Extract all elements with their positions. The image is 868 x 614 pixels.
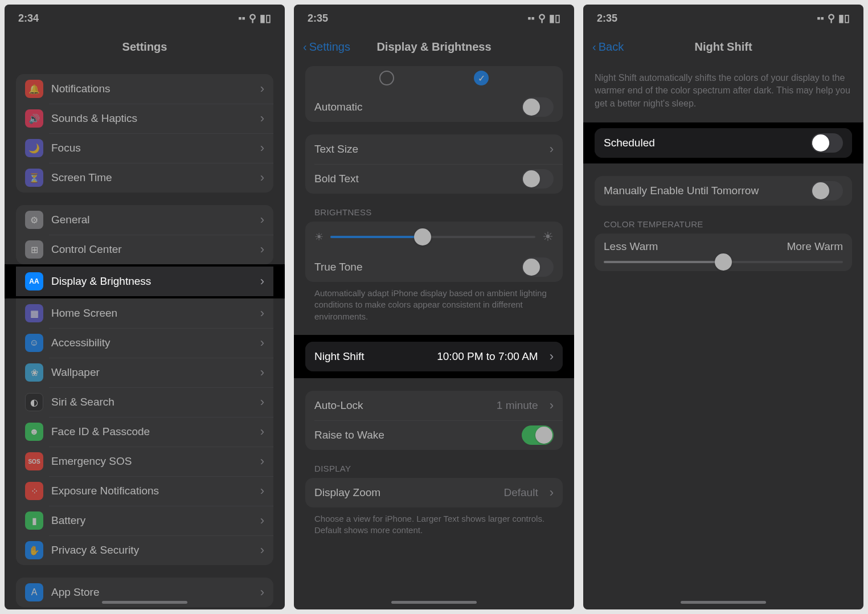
nav-bar: ‹Back Night Shift	[583, 32, 863, 62]
bold-text-toggle[interactable]	[522, 169, 554, 189]
manual-toggle[interactable]	[811, 181, 843, 200]
row-text-size[interactable]: Text Size›	[305, 134, 563, 164]
chevron-right-icon: ›	[260, 335, 264, 350]
scheduled-toggle[interactable]	[811, 133, 843, 153]
home-indicator[interactable]	[681, 601, 766, 604]
raise-to-wake-toggle[interactable]	[522, 425, 554, 445]
scheduled-group: Scheduled	[595, 128, 852, 158]
chevron-left-icon: ‹	[303, 40, 307, 54]
color-temp-slider-row	[595, 253, 852, 271]
sos-icon: SOS	[25, 452, 43, 470]
chevron-left-icon: ‹	[592, 40, 596, 54]
row-manual-enable[interactable]: Manually Enable Until Tomorrow	[595, 176, 852, 206]
row-battery[interactable]: ▮Battery›	[16, 506, 273, 535]
night-shift-screen: 2:35 ▪▪ ⚲ ▮▯ ‹Back Night Shift Night Shi…	[583, 5, 863, 609]
wifi-icon: ⚲	[249, 12, 256, 24]
less-warm-label: Less Warm	[604, 240, 658, 253]
row-face-id[interactable]: ☻Face ID & Passcode›	[16, 417, 273, 447]
moon-icon: 🌙	[25, 139, 43, 157]
status-bar: 2:35 ▪▪ ⚲ ▮▯	[294, 5, 574, 32]
row-exposure[interactable]: ⁘Exposure Notifications›	[16, 476, 273, 506]
accessibility-icon: ☺	[25, 334, 43, 352]
row-scheduled[interactable]: Scheduled	[595, 128, 852, 158]
row-emergency-sos[interactable]: SOSEmergency SOS›	[16, 447, 273, 476]
row-focus[interactable]: 🌙Focus›	[16, 133, 273, 163]
row-general[interactable]: ⚙︎General›	[16, 205, 273, 235]
chevron-right-icon: ›	[550, 398, 554, 413]
wifi-icon: ⚲	[538, 12, 546, 24]
status-icons: ▪▪ ⚲ ▮▯	[238, 12, 271, 24]
color-temp-slider[interactable]	[604, 261, 843, 263]
status-bar: 2:35 ▪▪ ⚲ ▮▯	[583, 5, 863, 32]
row-privacy[interactable]: ✋Privacy & Security›	[16, 535, 273, 565]
gear-icon: ⚙︎	[25, 211, 43, 229]
row-night-shift[interactable]: Night Shift10:00 PM to 7:00 AM›	[305, 342, 563, 371]
settings-group-2: ⚙︎General› ⊞Control Center›	[16, 205, 273, 264]
page-title: Display & Brightness	[376, 40, 491, 54]
status-icons: ▪▪ ⚲ ▮▯	[527, 12, 560, 24]
row-display-zoom[interactable]: Display ZoomDefault›	[305, 478, 563, 507]
row-control-center[interactable]: ⊞Control Center›	[16, 235, 273, 264]
row-accessibility[interactable]: ☺Accessibility›	[16, 328, 273, 358]
status-time: 2:34	[18, 13, 39, 24]
chevron-right-icon: ›	[260, 424, 264, 439]
row-true-tone[interactable]: True Tone	[305, 252, 563, 282]
row-notifications[interactable]: 🔔Notifications›	[16, 74, 273, 104]
speaker-icon: 🔊	[25, 109, 43, 128]
display-zoom-footer: Choose a view for iPhone. Larger Text sh…	[314, 513, 554, 537]
row-raise-to-wake[interactable]: Raise to Wake	[305, 420, 563, 450]
dark-mode-radio[interactable]: ✓	[474, 71, 489, 85]
row-wallpaper[interactable]: ❀Wallpaper›	[16, 358, 273, 387]
chevron-right-icon: ›	[260, 306, 264, 321]
color-temp-header: COLOR TEMPERATURE	[604, 219, 843, 229]
row-auto-lock[interactable]: Auto-Lock1 minute›	[305, 391, 563, 420]
home-indicator[interactable]	[391, 601, 477, 604]
automatic-toggle[interactable]	[522, 97, 554, 117]
row-display-brightness[interactable]: AADisplay & Brightness›	[16, 267, 273, 296]
battery-icon: ▮▯	[838, 12, 850, 24]
nav-bar: Settings	[5, 32, 285, 62]
cellular-icon: ▪▪	[527, 13, 535, 24]
settings-screen: 2:34 ▪▪ ⚲ ▮▯ Settings 🔔Notifications› 🔊S…	[5, 5, 285, 609]
chevron-right-icon: ›	[260, 484, 264, 498]
bell-icon: 🔔	[25, 80, 43, 98]
row-siri[interactable]: ◐Siri & Search›	[16, 387, 273, 417]
lock-group: Auto-Lock1 minute› Raise to Wake	[305, 391, 563, 450]
chevron-right-icon: ›	[260, 365, 264, 380]
row-screen-time[interactable]: ⏳Screen Time›	[16, 163, 273, 193]
switches-icon: ⊞	[25, 240, 43, 259]
brightness-header: BRIGHTNESS	[314, 207, 554, 217]
brightness-slider[interactable]	[330, 236, 535, 238]
grid-icon: ▦	[25, 304, 43, 322]
back-button[interactable]: ‹Back	[592, 40, 624, 54]
chevron-right-icon: ›	[260, 141, 264, 155]
back-button[interactable]: ‹Settings	[303, 40, 350, 54]
battery-icon: ▮▯	[549, 12, 560, 24]
home-indicator[interactable]	[102, 601, 187, 604]
row-home-screen[interactable]: ▦Home Screen›	[16, 298, 273, 328]
exposure-icon: ⁘	[25, 482, 43, 500]
appstore-icon: A	[25, 583, 43, 601]
chevron-right-icon: ›	[260, 212, 264, 227]
chevron-right-icon: ›	[260, 111, 264, 126]
wifi-icon: ⚲	[828, 12, 835, 24]
temp-labels: Less Warm More Warm	[595, 234, 852, 253]
chevron-right-icon: ›	[260, 395, 264, 410]
light-mode-radio[interactable]	[379, 71, 394, 85]
battery-icon: ▮▯	[260, 12, 271, 24]
chevron-right-icon: ›	[260, 274, 264, 289]
row-automatic[interactable]: Automatic	[305, 92, 563, 122]
cellular-icon: ▪▪	[817, 13, 824, 24]
chevron-right-icon: ›	[260, 242, 264, 257]
nav-bar: ‹Settings Display & Brightness	[294, 32, 574, 62]
row-sounds[interactable]: 🔊Sounds & Haptics›	[16, 104, 273, 133]
aa-icon: AA	[25, 272, 43, 290]
display-zoom-group: Display ZoomDefault›	[305, 478, 563, 507]
appearance-group: ✓ Automatic	[305, 66, 563, 122]
true-tone-toggle[interactable]	[522, 257, 554, 277]
status-bar: 2:34 ▪▪ ⚲ ▮▯	[5, 5, 285, 32]
display-header: DISPLAY	[314, 464, 554, 473]
color-temp-group: Less Warm More Warm	[595, 234, 852, 271]
row-bold-text[interactable]: Bold Text	[305, 164, 563, 194]
chevron-right-icon: ›	[550, 349, 554, 364]
